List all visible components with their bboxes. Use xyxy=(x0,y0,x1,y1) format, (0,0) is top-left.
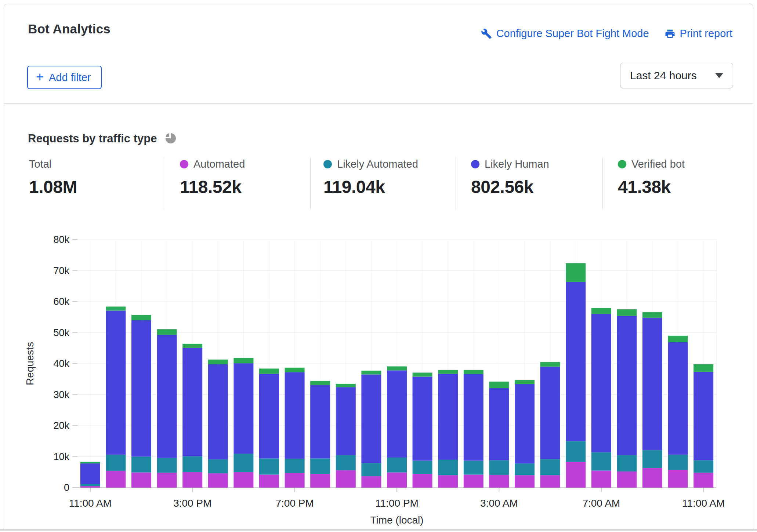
bar-17-likely-automated[interactable] xyxy=(515,463,535,475)
bar-1-likely-automated[interactable] xyxy=(106,455,126,471)
bar-3-likely-human[interactable] xyxy=(157,335,177,458)
bar-4-automated[interactable] xyxy=(182,472,202,488)
bar-10-automated[interactable] xyxy=(336,470,356,488)
bar-14-automated[interactable] xyxy=(438,475,458,488)
bar-20-likely-automated[interactable] xyxy=(591,452,611,471)
bar-10-likely-human[interactable] xyxy=(336,387,356,455)
bar-19-verified-bot[interactable] xyxy=(566,263,586,282)
bar-0-likely-automated[interactable] xyxy=(80,484,100,486)
bar-23-likely-automated[interactable] xyxy=(668,455,688,470)
bar-15-likely-automated[interactable] xyxy=(464,460,483,474)
bar-11-verified-bot[interactable] xyxy=(361,371,381,374)
bar-23-likely-human[interactable] xyxy=(668,342,688,455)
bar-18-verified-bot[interactable] xyxy=(540,362,560,367)
bar-2-automated[interactable] xyxy=(131,473,151,488)
bar-18-automated[interactable] xyxy=(540,475,560,488)
bar-19-automated[interactable] xyxy=(566,462,586,488)
bar-19-likely-human[interactable] xyxy=(566,282,586,441)
bar-16-automated[interactable] xyxy=(489,475,509,488)
time-range-select[interactable]: Last 24 hours xyxy=(620,63,733,88)
bar-23-automated[interactable] xyxy=(668,470,688,488)
bar-16-verified-bot[interactable] xyxy=(489,382,509,388)
bar-12-verified-bot[interactable] xyxy=(387,367,407,371)
bar-24-likely-human[interactable] xyxy=(693,372,713,460)
bar-12-likely-automated[interactable] xyxy=(387,458,407,473)
bar-15-verified-bot[interactable] xyxy=(464,370,483,374)
bar-4-likely-automated[interactable] xyxy=(182,456,202,472)
bar-9-automated[interactable] xyxy=(310,474,330,488)
bar-3-likely-automated[interactable] xyxy=(157,458,177,473)
bar-5-verified-bot[interactable] xyxy=(208,360,228,364)
bar-20-likely-human[interactable] xyxy=(591,314,611,452)
add-filter-button[interactable]: + Add filter xyxy=(27,66,102,89)
bar-14-likely-human[interactable] xyxy=(438,374,458,460)
bar-7-verified-bot[interactable] xyxy=(259,369,279,374)
bar-5-likely-automated[interactable] xyxy=(208,459,228,473)
bar-8-likely-human[interactable] xyxy=(285,372,305,459)
configure-super-bot-fight-mode-link[interactable]: Configure Super Bot Fight Mode xyxy=(481,28,649,40)
bar-13-verified-bot[interactable] xyxy=(413,373,432,377)
bar-9-verified-bot[interactable] xyxy=(310,381,330,385)
bar-1-verified-bot[interactable] xyxy=(106,307,126,311)
bar-4-likely-human[interactable] xyxy=(182,348,202,456)
bar-22-automated[interactable] xyxy=(642,468,662,488)
bar-3-verified-bot[interactable] xyxy=(157,329,177,335)
bar-21-likely-human[interactable] xyxy=(617,316,637,455)
bar-6-likely-automated[interactable] xyxy=(233,454,253,472)
bar-22-likely-automated[interactable] xyxy=(642,450,662,468)
bar-20-verified-bot[interactable] xyxy=(591,308,611,314)
bar-20-automated[interactable] xyxy=(591,471,611,488)
bar-15-automated[interactable] xyxy=(464,475,483,488)
bar-19-likely-automated[interactable] xyxy=(566,441,586,462)
bar-7-automated[interactable] xyxy=(259,475,279,488)
bar-14-verified-bot[interactable] xyxy=(438,370,458,374)
bar-8-verified-bot[interactable] xyxy=(285,368,305,372)
bar-6-verified-bot[interactable] xyxy=(233,358,253,363)
bar-0-likely-human[interactable] xyxy=(80,463,100,484)
bar-10-verified-bot[interactable] xyxy=(336,384,356,387)
bar-21-likely-automated[interactable] xyxy=(617,455,637,471)
bar-12-automated[interactable] xyxy=(387,473,407,488)
bar-13-likely-human[interactable] xyxy=(413,376,432,460)
bar-6-automated[interactable] xyxy=(233,472,253,488)
bar-3-automated[interactable] xyxy=(157,473,177,488)
bar-22-verified-bot[interactable] xyxy=(642,312,662,318)
bar-5-automated[interactable] xyxy=(208,473,228,488)
bar-12-likely-human[interactable] xyxy=(387,371,407,458)
bar-17-automated[interactable] xyxy=(515,475,535,488)
bar-10-likely-automated[interactable] xyxy=(336,455,356,470)
bar-4-verified-bot[interactable] xyxy=(182,344,202,348)
bar-14-likely-automated[interactable] xyxy=(438,460,458,475)
bar-17-verified-bot[interactable] xyxy=(515,380,535,384)
bar-7-likely-human[interactable] xyxy=(259,374,279,459)
bar-11-likely-human[interactable] xyxy=(361,375,381,463)
print-report-link[interactable]: Print report xyxy=(664,28,732,40)
bar-16-likely-human[interactable] xyxy=(489,388,509,460)
bar-24-automated[interactable] xyxy=(693,473,713,488)
bar-8-automated[interactable] xyxy=(285,473,305,488)
bar-9-likely-human[interactable] xyxy=(310,385,330,458)
bar-16-likely-automated[interactable] xyxy=(489,460,509,475)
bar-17-likely-human[interactable] xyxy=(515,384,535,463)
bar-22-likely-human[interactable] xyxy=(642,318,662,450)
bar-8-likely-automated[interactable] xyxy=(285,459,305,473)
bar-18-likely-automated[interactable] xyxy=(540,459,560,475)
bar-1-likely-human[interactable] xyxy=(106,311,126,455)
bar-6-likely-human[interactable] xyxy=(233,363,253,454)
bar-24-likely-automated[interactable] xyxy=(693,460,713,473)
bar-2-likely-human[interactable] xyxy=(131,320,151,457)
bar-9-likely-automated[interactable] xyxy=(310,459,330,474)
bar-23-verified-bot[interactable] xyxy=(668,336,688,342)
bar-11-likely-automated[interactable] xyxy=(361,463,381,476)
bar-1-automated[interactable] xyxy=(106,471,126,488)
bar-2-verified-bot[interactable] xyxy=(131,315,151,320)
bar-11-automated[interactable] xyxy=(361,476,381,488)
bar-13-likely-automated[interactable] xyxy=(413,460,432,474)
bar-13-automated[interactable] xyxy=(413,474,432,488)
bar-15-likely-human[interactable] xyxy=(464,374,483,461)
bar-21-automated[interactable] xyxy=(617,471,637,488)
bar-5-likely-human[interactable] xyxy=(208,364,228,459)
bar-2-likely-automated[interactable] xyxy=(131,457,151,473)
bar-24-verified-bot[interactable] xyxy=(693,364,713,372)
bar-0-automated[interactable] xyxy=(80,486,100,488)
